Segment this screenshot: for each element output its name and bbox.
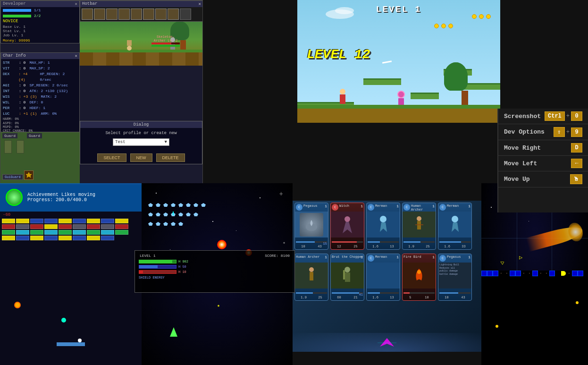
hotbar-slot-5[interactable] (131, 8, 142, 20)
merman2-num: 1 (468, 204, 470, 208)
delete-button[interactable]: DELETE (156, 153, 185, 162)
svg-rect-11 (343, 270, 345, 280)
stat-luc: LUC : +1 (1) ARM: 0% (3, 111, 77, 117)
plat-tree-2 (453, 62, 477, 105)
svg-point-6 (452, 216, 458, 222)
char-info-header: Char Info ✕ (1, 53, 79, 59)
brick-y4 (87, 219, 100, 223)
aspd-label: ASPD: 0% (3, 121, 77, 125)
keyboard-shortcuts-panel: Screenshot Ctrl + 0 Dev Options ⇧ + 9 Mo… (497, 109, 588, 212)
ast-enemy-2 (496, 325, 498, 328)
card-pegasus-1[interactable]: C Pegasus 1 1043 15 (294, 203, 328, 250)
brick-gr5 (115, 230, 128, 235)
card-human-archer-2[interactable]: Human Archer 1 1.925 (294, 254, 328, 301)
card-art (295, 212, 328, 238)
pac-dot: · (566, 271, 572, 276)
pac-dot: · (498, 271, 504, 276)
bullet-1 (173, 212, 174, 215)
brick-b8 (101, 236, 114, 240)
brick-b2 (44, 219, 58, 223)
enemy-2 (156, 203, 160, 207)
skeleton-hp: Skeleton-Archer Lv. 2 (151, 35, 180, 47)
pacman-area: · · · · · · · (481, 271, 588, 365)
guiguard-label: GuiGuard (2, 174, 23, 180)
explosion-1 (217, 240, 227, 249)
pac-grid: · · · · · · · (481, 271, 588, 361)
hotbar-slot-6[interactable] (143, 8, 154, 20)
archer2-name: Human Archer (296, 255, 319, 259)
health-bar (139, 260, 176, 263)
pacman-sprite (561, 271, 566, 276)
card-human-archer-1[interactable]: C Human Archer 1 1.925 (402, 203, 436, 250)
pac-wall (532, 271, 538, 276)
card-merman-1[interactable]: C Merman 1 1.613 (366, 203, 400, 250)
brick-c4 (101, 230, 114, 235)
hud-bar-row-2: H 50 (139, 265, 291, 269)
select-button[interactable]: SELECT (97, 153, 126, 162)
brick-y9 (59, 236, 72, 240)
svg-point-3 (417, 216, 421, 221)
new-button[interactable]: NEW (130, 153, 152, 162)
card-merman-2[interactable]: C Merman 1 1.633 (438, 203, 472, 250)
enemy-7 (193, 203, 198, 207)
comet (526, 223, 584, 252)
card-witch[interactable]: C Witch 1 1225 (330, 203, 364, 250)
brick-y3 (59, 219, 72, 223)
enemy-16 (148, 222, 153, 226)
star-3 (212, 221, 213, 222)
brick-g2 (73, 224, 86, 229)
coin-3 (472, 14, 477, 19)
stat-dex: DEX : +4 (4) HP_REGEN: 2 0/sec (3, 71, 77, 83)
hotbar-slot-7[interactable] (155, 8, 167, 20)
enemy-10 (156, 212, 160, 216)
hotbar-slot-2[interactable] (94, 8, 105, 20)
platform-grass (297, 105, 500, 109)
archer-badge: C (403, 204, 410, 211)
card-mp: 15 (323, 242, 327, 246)
brick-gr1 (2, 230, 15, 235)
star-6 (170, 249, 170, 250)
card-pegasus-2[interactable]: C Pegasus 1 Lightning BullReduces allpub… (438, 254, 472, 301)
platform-game: LEVEL 1 (297, 0, 500, 123)
brick-y6 (44, 224, 58, 229)
basic-info-panel: Developer ✕ 1/1 2/2 NOVICE Base Lv. 1 St… (0, 0, 80, 43)
dialog-buttons: SELECT NEW DELETE (80, 152, 202, 164)
pac-wall (578, 271, 583, 276)
hotbar-slot-4[interactable] (118, 8, 130, 20)
bonus-2 (61, 318, 66, 323)
profile-dropdown[interactable]: Test ▼ (113, 138, 169, 146)
achievement-panel: Achievement Likes moving Progress: 200.0… (0, 183, 142, 212)
enemy-9 (148, 212, 153, 216)
move-up-shortcut: Move Up 🖱 (498, 171, 588, 187)
card-art-inner (300, 213, 323, 237)
stat-wil: WIL : 0 DEF: 0 (3, 100, 77, 105)
svg-point-7 (309, 267, 314, 272)
stat-agi: AGI : 0 SP_REGEN: 2 0/sec (3, 83, 77, 88)
pac-dot: · (521, 271, 527, 276)
dev-options-combo: ⇧ + 9 (554, 127, 582, 137)
hotbar-slots (80, 7, 203, 21)
svg-rect-4 (417, 221, 421, 229)
score-label: -60 (0, 212, 142, 218)
brick-gr4 (87, 230, 100, 235)
player-ship (170, 327, 177, 337)
platform-ground (297, 109, 500, 123)
ast-star-2 (529, 221, 529, 221)
hotbar-panel: Hotbar ✕ (80, 0, 203, 22)
hotbar-slot-1[interactable] (82, 8, 93, 20)
enemy-13 (178, 212, 183, 216)
brick-row-4 (0, 235, 142, 241)
pac-wall (510, 271, 515, 276)
hotbar-slot-8[interactable] (168, 8, 179, 20)
card-brut[interactable]: Brut the Chopper 1 6021 41 (330, 254, 364, 301)
hotbar-slot-9[interactable] (180, 8, 191, 20)
merman-num: 1 (396, 204, 399, 208)
card-fire-bird[interactable]: Fire Bird 1 510 (402, 254, 436, 301)
dialog-content: Select profile or create new Test ▼ (80, 128, 202, 152)
guard-sprite-2 (17, 140, 24, 153)
hotbar-slot-3[interactable] (106, 8, 118, 20)
card-row-2: Human Archer 1 1.925 Brut the Chopper 1 … (293, 252, 481, 303)
move-right-shortcut: Move Right D (498, 140, 588, 156)
card-merman-3[interactable]: C Merman 1 1.613 (366, 254, 400, 301)
pac-wall (487, 271, 493, 276)
